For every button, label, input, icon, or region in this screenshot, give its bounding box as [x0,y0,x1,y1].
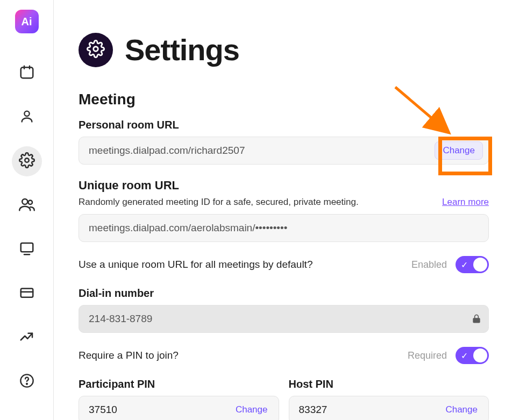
toggle-knob [473,258,487,272]
sidebar: Ai [0,0,54,420]
sidebar-item-settings[interactable] [12,146,42,176]
page-header-icon [79,33,113,67]
card-icon [19,284,35,303]
svg-point-2 [25,158,29,162]
person-icon [19,109,34,126]
calendar-icon [19,64,35,82]
host-pin-field[interactable]: 83327 Change [289,396,489,420]
pin-require-question: Require a PIN to join? [79,350,399,361]
checkmark-icon: ✓ [461,260,468,270]
svg-point-8 [26,383,27,385]
main-content: Settings Meeting Personal room URL meeti… [54,0,505,420]
toggle-knob [473,348,487,362]
svg-point-9 [94,46,98,51]
unique-room-url-value: meetings.dialpad.com/aerolabsmain/••••••… [89,222,483,234]
svg-point-1 [24,111,29,116]
help-icon [19,373,34,390]
sidebar-item-team[interactable] [12,190,42,220]
app-logo[interactable]: Ai [15,10,39,33]
dialin-value: 214-831-8789 [89,313,470,325]
dialin-field: 214-831-8789 [79,305,489,333]
personal-room-change-button[interactable]: Change [435,141,483,160]
app-logo-text: Ai [22,16,32,28]
unique-default-question: Use a unique room URL for all meetings b… [79,259,403,270]
personal-room-url-value: meetings.dialpad.com/richard2507 [89,145,435,156]
dialin-label: Dial-in number [79,287,489,300]
personal-room-url-field[interactable]: meetings.dialpad.com/richard2507 Change [79,137,489,165]
checkmark-icon: ✓ [461,351,468,361]
pin-require-toggle[interactable]: ✓ [456,347,489,364]
sidebar-item-help[interactable] [12,367,42,397]
unique-default-state: Enabled [411,259,447,270]
participant-pin-field[interactable]: 37510 Change [79,396,279,420]
unique-room-helper: Randomly generated meeting ID for a safe… [79,197,359,208]
sidebar-nav [12,58,42,397]
sidebar-item-analytics[interactable] [12,323,42,353]
pin-require-state: Required [408,350,447,361]
sidebar-item-calendar[interactable] [12,58,42,88]
monitor-icon [19,240,35,259]
svg-rect-0 [20,67,33,78]
host-pin-value: 83327 [299,404,440,416]
sidebar-item-profile[interactable] [12,102,42,132]
host-pin-change-button[interactable]: Change [440,404,483,415]
participant-pin-change-button[interactable]: Change [230,404,273,415]
unique-room-label: Unique room URL [79,179,489,193]
people-icon [19,196,35,215]
trend-icon [19,329,35,347]
personal-room-label: Personal room URL [79,119,489,131]
section-title-meeting: Meeting [79,91,489,108]
svg-rect-6 [20,289,33,297]
svg-rect-5 [20,243,33,252]
unique-room-url-field: meetings.dialpad.com/aerolabsmain/••••••… [79,214,489,242]
sidebar-item-billing[interactable] [12,279,42,309]
svg-point-4 [28,201,32,205]
host-pin-label: Host PIN [289,378,489,390]
participant-pin-label: Participant PIN [79,378,279,390]
gear-icon [87,40,105,60]
page-title: Settings [125,32,239,67]
gear-icon [19,152,35,170]
svg-point-3 [22,199,27,204]
participant-pin-value: 37510 [89,404,230,416]
unique-default-toggle[interactable]: ✓ [456,256,489,273]
lock-icon [470,314,483,324]
sidebar-item-rooms[interactable] [12,234,42,265]
unique-room-learn-more-link[interactable]: Learn more [442,197,489,208]
